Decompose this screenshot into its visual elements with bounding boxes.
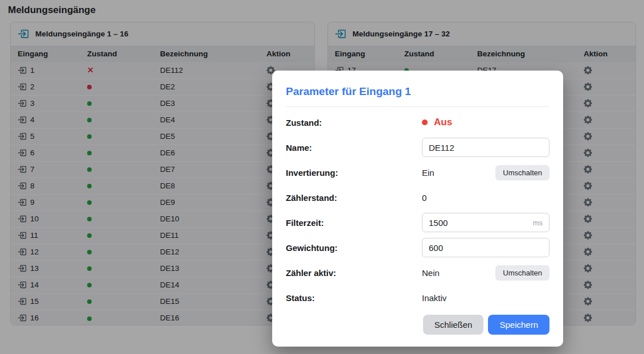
status-off-dot-icon [422,120,428,125]
field-label: Name: [286,143,422,153]
dialog-footer: Schließen Speichern [286,315,549,335]
close-button[interactable]: Schließen [423,315,484,335]
field-invertierung: Invertierung: Ein Umschalten [286,163,549,182]
field-status: Status: Inaktiv [286,288,549,307]
divider [286,106,549,107]
status-value: Aus [434,117,452,128]
gewichtung-input[interactable] [422,238,549,257]
field-label: Gewichtung: [286,243,422,253]
field-gewichtung: Gewichtung: [286,238,549,257]
field-label: Zustand: [286,118,422,127]
field-name: Name: [286,138,549,157]
field-filterzeit: Filterzeit: ms [286,213,549,232]
dialog-title: Parameter für Eingang 1 [286,85,549,98]
status-value-text: Inaktiv [422,293,446,303]
filterzeit-input[interactable] [422,213,549,232]
zaehler-aktiv-toggle-button[interactable]: Umschalten [495,265,549,281]
field-label: Zählerstand: [286,193,422,203]
field-zustand: Zustand: Aus [286,113,549,132]
name-input[interactable] [422,138,549,157]
field-label: Filterzeit: [286,218,422,228]
field-zaehler-aktiv: Zähler aktiv: Nein Umschalten [286,263,549,282]
field-label: Invertierung: [286,168,422,178]
field-zaehlerstand: Zählerstand: 0 [286,188,549,207]
invertierung-value: Ein [422,168,434,178]
zaehlerstand-value: 0 [422,193,426,203]
save-button[interactable]: Speichern [488,315,549,335]
field-label: Status: [286,293,422,303]
parameter-dialog: Parameter für Eingang 1 Zustand: Aus Nam… [272,71,563,347]
invertierung-toggle-button[interactable]: Umschalten [495,165,549,180]
field-label: Zähler aktiv: [286,268,422,278]
zaehler-aktiv-value: Nein [422,268,440,278]
